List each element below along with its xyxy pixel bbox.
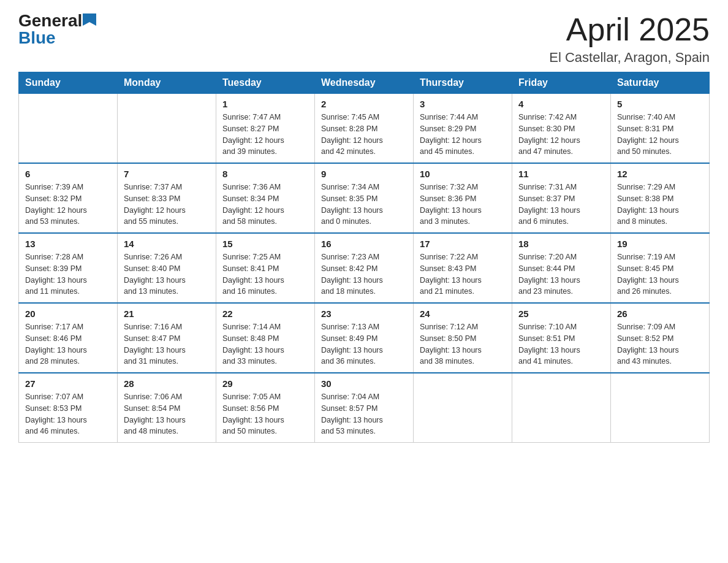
title-block: April 2025 El Castellar, Aragon, Spain: [549, 12, 710, 66]
header-saturday: Saturday: [611, 72, 710, 94]
day-number: 7: [124, 169, 210, 179]
calendar-cell: 24Sunrise: 7:12 AMSunset: 8:50 PMDayligh…: [414, 303, 512, 373]
day-info: Sunrise: 7:32 AMSunset: 8:36 PMDaylight:…: [420, 182, 506, 228]
day-info: Sunrise: 7:17 AMSunset: 8:46 PMDaylight:…: [25, 321, 111, 367]
day-number: 16: [321, 239, 407, 249]
calendar-cell: [19, 94, 118, 164]
calendar-cell: 14Sunrise: 7:26 AMSunset: 8:40 PMDayligh…: [118, 233, 216, 303]
calendar-cell: 12Sunrise: 7:29 AMSunset: 8:38 PMDayligh…: [611, 163, 710, 233]
day-number: 12: [617, 169, 703, 179]
day-info: Sunrise: 7:04 AMSunset: 8:57 PMDaylight:…: [321, 391, 407, 437]
calendar-cell: 19Sunrise: 7:19 AMSunset: 8:45 PMDayligh…: [611, 233, 710, 303]
logo: General Blue: [18, 12, 97, 48]
day-number: 17: [420, 239, 506, 249]
calendar-cell: 5Sunrise: 7:40 AMSunset: 8:31 PMDaylight…: [611, 94, 710, 164]
calendar-cell: 9Sunrise: 7:34 AMSunset: 8:35 PMDaylight…: [315, 163, 414, 233]
day-number: 26: [617, 308, 703, 319]
day-number: 28: [124, 378, 210, 389]
calendar-cell: 30Sunrise: 7:04 AMSunset: 8:57 PMDayligh…: [315, 373, 414, 443]
day-number: 9: [321, 169, 407, 179]
day-info: Sunrise: 7:28 AMSunset: 8:39 PMDaylight:…: [25, 251, 111, 297]
day-number: 20: [25, 308, 111, 319]
calendar-cell: 6Sunrise: 7:39 AMSunset: 8:32 PMDaylight…: [19, 163, 118, 233]
header-wednesday: Wednesday: [315, 72, 414, 94]
logo-blue-text: Blue: [18, 28, 56, 47]
day-info: Sunrise: 7:34 AMSunset: 8:35 PMDaylight:…: [321, 182, 407, 228]
calendar-cell: 25Sunrise: 7:10 AMSunset: 8:51 PMDayligh…: [512, 303, 611, 373]
day-number: 21: [124, 308, 210, 319]
day-info: Sunrise: 7:14 AMSunset: 8:48 PMDaylight:…: [222, 321, 308, 367]
day-number: 5: [617, 99, 703, 109]
week-row-5: 27Sunrise: 7:07 AMSunset: 8:53 PMDayligh…: [19, 373, 710, 443]
calendar-cell: 22Sunrise: 7:14 AMSunset: 8:48 PMDayligh…: [216, 303, 315, 373]
day-info: Sunrise: 7:39 AMSunset: 8:32 PMDaylight:…: [25, 182, 111, 228]
calendar-cell: 3Sunrise: 7:44 AMSunset: 8:29 PMDaylight…: [414, 94, 512, 164]
day-info: Sunrise: 7:29 AMSunset: 8:38 PMDaylight:…: [617, 182, 703, 228]
calendar-cell: 16Sunrise: 7:23 AMSunset: 8:42 PMDayligh…: [315, 233, 414, 303]
weekday-header-row: Sunday Monday Tuesday Wednesday Thursday…: [19, 72, 710, 94]
calendar-subtitle: El Castellar, Aragon, Spain: [549, 50, 710, 66]
calendar-cell: 11Sunrise: 7:31 AMSunset: 8:37 PMDayligh…: [512, 163, 611, 233]
header-monday: Monday: [118, 72, 216, 94]
logo-flag-icon: [83, 13, 96, 28]
day-info: Sunrise: 7:45 AMSunset: 8:28 PMDaylight:…: [321, 112, 407, 158]
day-number: 25: [518, 308, 604, 319]
week-row-1: 1Sunrise: 7:47 AMSunset: 8:27 PMDaylight…: [19, 94, 710, 164]
day-number: 18: [518, 239, 604, 249]
calendar-cell: 28Sunrise: 7:06 AMSunset: 8:54 PMDayligh…: [118, 373, 216, 443]
day-number: 6: [25, 169, 111, 179]
day-number: 1: [222, 99, 308, 109]
calendar-title: April 2025: [549, 12, 710, 47]
day-info: Sunrise: 7:19 AMSunset: 8:45 PMDaylight:…: [617, 251, 703, 297]
calendar-cell: 10Sunrise: 7:32 AMSunset: 8:36 PMDayligh…: [414, 163, 512, 233]
day-info: Sunrise: 7:23 AMSunset: 8:42 PMDaylight:…: [321, 251, 407, 297]
calendar-cell: 23Sunrise: 7:13 AMSunset: 8:49 PMDayligh…: [315, 303, 414, 373]
svg-marker-0: [83, 13, 96, 26]
day-info: Sunrise: 7:36 AMSunset: 8:34 PMDaylight:…: [222, 182, 308, 228]
day-number: 24: [420, 308, 506, 319]
calendar-table: Sunday Monday Tuesday Wednesday Thursday…: [18, 72, 710, 443]
day-info: Sunrise: 7:44 AMSunset: 8:29 PMDaylight:…: [420, 112, 506, 158]
day-number: 30: [321, 378, 407, 389]
calendar-cell: 1Sunrise: 7:47 AMSunset: 8:27 PMDaylight…: [216, 94, 315, 164]
week-row-3: 13Sunrise: 7:28 AMSunset: 8:39 PMDayligh…: [19, 233, 710, 303]
calendar-cell: 13Sunrise: 7:28 AMSunset: 8:39 PMDayligh…: [19, 233, 118, 303]
calendar-cell: 17Sunrise: 7:22 AMSunset: 8:43 PMDayligh…: [414, 233, 512, 303]
day-number: 2: [321, 99, 407, 109]
day-number: 27: [25, 378, 111, 389]
day-number: 4: [518, 99, 604, 109]
day-number: 15: [222, 239, 308, 249]
header-friday: Friday: [512, 72, 611, 94]
day-number: 22: [222, 308, 308, 319]
day-info: Sunrise: 7:40 AMSunset: 8:31 PMDaylight:…: [617, 112, 703, 158]
day-info: Sunrise: 7:07 AMSunset: 8:53 PMDaylight:…: [25, 391, 111, 437]
calendar-cell: 20Sunrise: 7:17 AMSunset: 8:46 PMDayligh…: [19, 303, 118, 373]
day-number: 10: [420, 169, 506, 179]
page-header: General Blue April 2025 El Castellar, Ar…: [18, 12, 710, 66]
day-number: 11: [518, 169, 604, 179]
calendar-cell: 4Sunrise: 7:42 AMSunset: 8:30 PMDaylight…: [512, 94, 611, 164]
calendar-cell: 8Sunrise: 7:36 AMSunset: 8:34 PMDaylight…: [216, 163, 315, 233]
week-row-4: 20Sunrise: 7:17 AMSunset: 8:46 PMDayligh…: [19, 303, 710, 373]
calendar-cell: [414, 373, 512, 443]
day-number: 19: [617, 239, 703, 249]
calendar-cell: 29Sunrise: 7:05 AMSunset: 8:56 PMDayligh…: [216, 373, 315, 443]
day-info: Sunrise: 7:20 AMSunset: 8:44 PMDaylight:…: [518, 251, 604, 297]
calendar-cell: 15Sunrise: 7:25 AMSunset: 8:41 PMDayligh…: [216, 233, 315, 303]
calendar-cell: 7Sunrise: 7:37 AMSunset: 8:33 PMDaylight…: [118, 163, 216, 233]
day-number: 14: [124, 239, 210, 249]
calendar-cell: 21Sunrise: 7:16 AMSunset: 8:47 PMDayligh…: [118, 303, 216, 373]
logo-general-text: General: [18, 12, 82, 29]
day-info: Sunrise: 7:26 AMSunset: 8:40 PMDaylight:…: [124, 251, 210, 297]
day-info: Sunrise: 7:09 AMSunset: 8:52 PMDaylight:…: [617, 321, 703, 367]
week-row-2: 6Sunrise: 7:39 AMSunset: 8:32 PMDaylight…: [19, 163, 710, 233]
day-info: Sunrise: 7:06 AMSunset: 8:54 PMDaylight:…: [124, 391, 210, 437]
day-info: Sunrise: 7:25 AMSunset: 8:41 PMDaylight:…: [222, 251, 308, 297]
calendar-cell: 27Sunrise: 7:07 AMSunset: 8:53 PMDayligh…: [19, 373, 118, 443]
day-info: Sunrise: 7:05 AMSunset: 8:56 PMDaylight:…: [222, 391, 308, 437]
day-info: Sunrise: 7:13 AMSunset: 8:49 PMDaylight:…: [321, 321, 407, 367]
header-sunday: Sunday: [19, 72, 118, 94]
day-number: 3: [420, 99, 506, 109]
day-info: Sunrise: 7:47 AMSunset: 8:27 PMDaylight:…: [222, 112, 308, 158]
calendar-cell: [611, 373, 710, 443]
